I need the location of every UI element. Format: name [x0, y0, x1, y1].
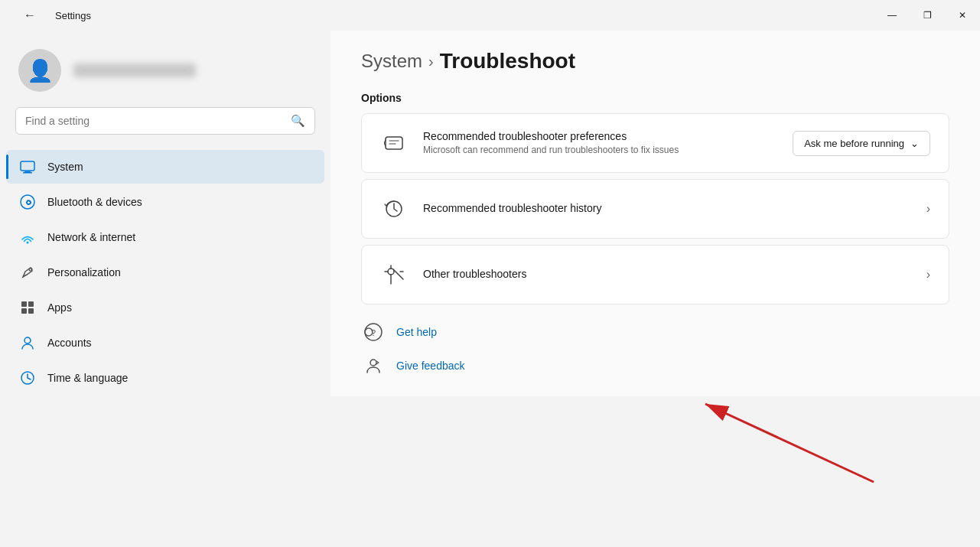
svg-rect-9: [21, 308, 27, 314]
recommended-prefs-content: Recommended troubleshooter preferences M…: [423, 130, 777, 157]
sidebar-item-network[interactable]: Network & internet: [6, 220, 324, 254]
accounts-icon: [18, 334, 37, 352]
svg-rect-0: [21, 161, 34, 171]
give-feedback-link[interactable]: Give feedback: [361, 353, 949, 378]
main-content: System › Troubleshoot Options Recomme: [330, 31, 980, 396]
svg-line-21: [705, 404, 874, 482]
search-icon: 🔍: [291, 114, 305, 128]
give-feedback-text[interactable]: Give feedback: [396, 360, 465, 372]
links-section: ? Get help Give feedback: [361, 320, 949, 378]
minimize-button[interactable]: —: [874, 0, 910, 31]
svg-point-5: [27, 242, 29, 244]
sidebar-item-system[interactable]: System: [6, 150, 324, 184]
sidebar-item-time-label: Time & language: [47, 372, 128, 384]
sidebar-item-apps[interactable]: Apps: [6, 291, 324, 324]
titlebar-left: ← Settings: [12, 0, 91, 31]
recommended-history-icon: [380, 195, 408, 223]
other-troubleshooters-chevron: ›: [926, 268, 930, 282]
breadcrumb-parent[interactable]: System: [361, 50, 422, 72]
breadcrumb: System › Troubleshoot: [361, 49, 949, 73]
give-feedback-icon: [361, 353, 386, 378]
options-section-title: Options: [361, 92, 949, 104]
svg-rect-7: [21, 301, 27, 307]
svg-rect-8: [28, 301, 34, 307]
sidebar: 👤 🔍 System: [0, 31, 330, 547]
nav-items: System ⭘ Bluetooth & devices: [0, 150, 330, 395]
app-body: 👤 🔍 System: [0, 31, 980, 547]
sidebar-item-apps-label: Apps: [47, 301, 72, 314]
personalization-icon: [18, 263, 37, 282]
svg-point-19: [370, 360, 376, 366]
recommended-prefs-title: Recommended troubleshooter preferences: [423, 130, 777, 142]
back-button[interactable]: ←: [12, 0, 47, 31]
other-troubleshooters-content: Other troubleshooters: [423, 268, 911, 282]
card-other-troubleshooters[interactable]: Other troubleshooters ›: [361, 245, 949, 304]
avatar-icon: 👤: [27, 58, 54, 83]
sidebar-item-bluetooth[interactable]: ⭘ Bluetooth & devices: [6, 185, 324, 219]
ask-before-running-dropdown[interactable]: Ask me before running ⌄: [793, 131, 930, 156]
recommended-history-content: Recommended troubleshooter history: [423, 202, 911, 216]
user-section: 👤: [0, 43, 330, 107]
main-wrapper: System › Troubleshoot Options Recomme: [330, 31, 980, 547]
chevron-right-icon-2: ›: [926, 268, 930, 281]
recommended-prefs-desc: Microsoft can recommend and run troubles…: [423, 144, 777, 157]
get-help-text[interactable]: Get help: [396, 326, 437, 338]
breadcrumb-separator: ›: [428, 53, 434, 70]
sidebar-item-network-label: Network & internet: [47, 231, 135, 243]
maximize-button[interactable]: ❐: [910, 0, 945, 31]
card-recommended-history[interactable]: Recommended troubleshooter history ›: [361, 179, 949, 239]
search-input[interactable]: [25, 115, 285, 127]
titlebar: ← Settings — ❐ ✕: [0, 0, 980, 31]
svg-rect-2: [23, 172, 32, 174]
window-controls: — ❐ ✕: [874, 0, 980, 31]
recommended-prefs-dropdown[interactable]: Ask me before running ⌄: [793, 131, 930, 156]
other-troubleshooters-icon: [380, 261, 408, 288]
svg-rect-10: [28, 308, 34, 314]
chevron-right-icon: ›: [926, 202, 930, 215]
sidebar-item-bluetooth-label: Bluetooth & devices: [47, 196, 142, 208]
close-button[interactable]: ✕: [945, 0, 980, 31]
network-icon: [18, 228, 37, 246]
dropdown-chevron-icon: ⌄: [910, 138, 919, 149]
svg-rect-13: [386, 137, 402, 149]
svg-text:?: ?: [371, 328, 376, 337]
get-help-icon: ?: [361, 320, 386, 344]
recommended-history-chevron: ›: [926, 202, 930, 216]
sidebar-item-accounts-label: Accounts: [47, 337, 92, 349]
sidebar-item-accounts[interactable]: Accounts: [6, 326, 324, 360]
app-title: Settings: [55, 10, 91, 21]
breadcrumb-current: Troubleshoot: [440, 49, 575, 73]
svg-text:⭘: ⭘: [24, 197, 34, 208]
time-icon: [18, 369, 37, 387]
dropdown-value: Ask me before running: [804, 138, 904, 149]
search-box[interactable]: 🔍: [15, 107, 315, 135]
card-recommended-prefs[interactable]: Recommended troubleshooter preferences M…: [361, 113, 949, 173]
other-troubleshooters-title: Other troubleshooters: [423, 268, 911, 280]
sidebar-item-personalization[interactable]: Personalization: [6, 256, 324, 289]
avatar: 👤: [18, 49, 61, 92]
user-name: [73, 63, 196, 77]
bluetooth-icon: ⭘: [18, 193, 37, 211]
get-help-link[interactable]: ? Get help: [361, 320, 949, 344]
sidebar-item-system-label: System: [47, 161, 83, 173]
system-icon: [18, 158, 37, 176]
recommended-history-title: Recommended troubleshooter history: [423, 202, 911, 214]
apps-icon: [18, 298, 37, 317]
sidebar-item-personalization-label: Personalization: [47, 266, 121, 278]
svg-point-11: [24, 337, 31, 344]
sidebar-item-time[interactable]: Time & language: [6, 361, 324, 395]
recommended-prefs-icon: [380, 129, 408, 157]
